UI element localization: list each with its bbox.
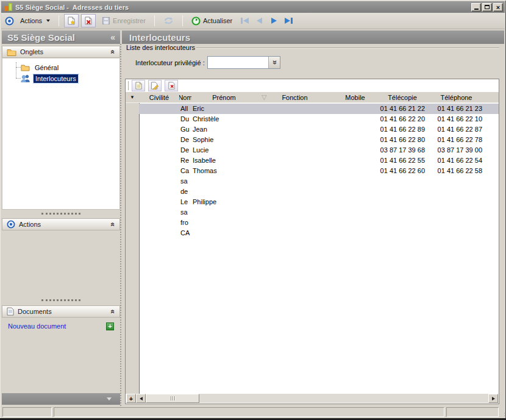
nav-next-button[interactable] xyxy=(268,15,280,27)
column-header-civilite[interactable]: Civilité xyxy=(139,92,179,102)
row-gutter[interactable] xyxy=(126,155,139,166)
section-header-documents[interactable]: Documents « xyxy=(2,305,120,318)
sync-button[interactable] xyxy=(160,14,177,27)
toolbar-separator xyxy=(182,15,183,26)
table-row[interactable]: sa xyxy=(126,176,499,187)
cell-mobile xyxy=(333,187,377,197)
table-row[interactable]: fro xyxy=(126,218,499,228)
scroll-left-button[interactable] xyxy=(136,394,146,403)
row-gutter[interactable] xyxy=(126,218,139,228)
column-header-mobile[interactable]: Mobile xyxy=(333,92,377,102)
nav-next-icon xyxy=(271,18,277,24)
section-header-actions[interactable]: Actions « xyxy=(2,218,120,230)
table-row[interactable]: LePhilippe xyxy=(126,197,499,207)
nav-last-button[interactable] xyxy=(282,15,294,27)
new-document-link[interactable]: Nouveau document xyxy=(8,322,106,330)
nav-first-button[interactable] xyxy=(238,15,251,27)
new-page-icon xyxy=(135,82,143,90)
cell-telecopie xyxy=(377,187,427,197)
table-row[interactable]: DeSophie01 41 66 22 8001 41 66 22 78 xyxy=(126,135,499,145)
row-gutter[interactable] xyxy=(126,145,139,155)
row-gutter[interactable] xyxy=(126,228,139,238)
splitter-handle[interactable] xyxy=(41,299,80,301)
cell-telecopie: 01 41 66 22 20 xyxy=(377,114,427,124)
cell-civilite xyxy=(139,155,179,166)
column-header-nom[interactable]: Nom xyxy=(179,92,191,102)
row-gutter[interactable] xyxy=(126,104,139,114)
refresh-button[interactable]: Actualiser xyxy=(188,14,236,27)
table-row[interactable]: GuJean01 41 66 22 8901 41 66 22 87 xyxy=(126,124,499,135)
section-header-onglets[interactable]: Onglets « xyxy=(2,46,120,58)
add-document-button[interactable]: + xyxy=(106,322,114,330)
table-row[interactable]: sa xyxy=(126,207,499,218)
row-gutter[interactable] xyxy=(126,166,139,176)
row-gutter[interactable] xyxy=(126,114,139,124)
save-button[interactable]: Enregistrer xyxy=(98,14,149,27)
collapse-section-icon[interactable]: « xyxy=(109,50,118,54)
table-row[interactable]: DeLucie03 87 17 39 6803 87 17 39 00 xyxy=(126,145,499,155)
cell-telecopie xyxy=(377,228,427,238)
tree-item-general[interactable]: Général xyxy=(21,62,60,73)
grid-add-row-button[interactable]: + xyxy=(126,394,136,403)
minimize-button[interactable] xyxy=(471,3,481,12)
row-gutter[interactable] xyxy=(126,187,139,197)
table-row[interactable]: AllEric01 41 66 21 2201 41 66 21 23 xyxy=(126,104,499,114)
tree-item-interlocuteurs[interactable]: Interlocuteurs xyxy=(21,73,78,84)
sidebar-bottom-bar[interactable] xyxy=(2,393,120,405)
splitter-handle[interactable] xyxy=(41,213,80,215)
cell-telecopie xyxy=(377,218,427,228)
privileged-contact-combobox[interactable]: « xyxy=(207,56,280,69)
cell-telephone: 01 41 66 22 87 xyxy=(427,124,485,135)
delete-page-icon xyxy=(168,82,176,90)
horizontal-scrollbar: + xyxy=(126,394,498,403)
collapse-section-icon[interactable]: « xyxy=(109,310,118,314)
combobox-dropdown-button[interactable]: « xyxy=(268,57,280,68)
row-gutter[interactable] xyxy=(126,176,139,187)
nav-previous-button[interactable] xyxy=(253,15,265,27)
table-row[interactable]: CA xyxy=(126,228,499,238)
cell-civilite xyxy=(139,166,179,176)
grid-delete-button[interactable] xyxy=(165,80,178,91)
chevron-down-icon xyxy=(46,20,50,22)
panel-down-icon xyxy=(107,397,112,400)
grid-new-button[interactable] xyxy=(132,80,145,91)
close-button[interactable]: × xyxy=(493,3,503,12)
table-row[interactable]: de xyxy=(126,187,499,197)
delete-record-button[interactable] xyxy=(81,14,96,27)
grid-edit-button[interactable] xyxy=(148,80,162,91)
collapse-section-icon[interactable]: « xyxy=(109,222,118,227)
column-header-prenom-label: Prénom xyxy=(212,94,236,101)
actions-bullseye-icon xyxy=(5,16,14,26)
refresh-icon xyxy=(191,16,201,26)
app-window: S5 Siège Social - Adresses du tiers × Ac… xyxy=(0,0,506,420)
cell-prenom: Isabelle xyxy=(191,155,257,166)
new-record-button[interactable] xyxy=(64,14,79,27)
column-header-prenom[interactable]: Prénom xyxy=(191,92,257,102)
table-row[interactable]: ReIsabelle01 41 66 22 5501 41 66 22 54 xyxy=(126,155,499,166)
scrollbar-thumb[interactable] xyxy=(146,394,199,403)
resize-grip-icon[interactable] xyxy=(502,415,504,416)
table-body: AllEric01 41 66 21 2201 41 66 21 23DuChr… xyxy=(126,104,499,394)
column-header-fonction[interactable]: ▽ Fonction xyxy=(257,92,333,102)
row-gutter[interactable] xyxy=(126,207,139,218)
status-bar xyxy=(1,406,505,418)
row-gutter[interactable] xyxy=(126,197,139,207)
column-header-telecopie[interactable]: Télécopie xyxy=(377,92,427,102)
row-selector-header[interactable]: ▼ xyxy=(126,92,139,102)
sidebar-collapse-icon[interactable]: « xyxy=(110,32,115,42)
scrollbar-track[interactable] xyxy=(199,394,488,403)
scroll-right-button[interactable] xyxy=(488,394,498,403)
column-header-telephone[interactable]: Téléphone xyxy=(427,92,485,102)
actions-menu-button[interactable]: Actions xyxy=(16,14,54,27)
cell-nom: sa xyxy=(179,176,191,187)
folder-icon xyxy=(7,48,16,56)
maximize-button[interactable] xyxy=(482,3,492,12)
row-gutter[interactable] xyxy=(126,124,139,135)
table-row[interactable]: DuChristèle01 41 66 22 2001 41 66 22 10 xyxy=(126,114,499,124)
edit-pencil-icon xyxy=(151,82,159,90)
cell-telephone: 01 41 66 22 10 xyxy=(427,114,485,124)
table-row[interactable]: CaThomas01 41 66 22 6001 41 66 22 58 xyxy=(126,166,499,176)
sort-descending-icon: ▽ xyxy=(262,93,266,101)
cell-telephone xyxy=(427,228,485,238)
row-gutter[interactable] xyxy=(126,135,139,145)
